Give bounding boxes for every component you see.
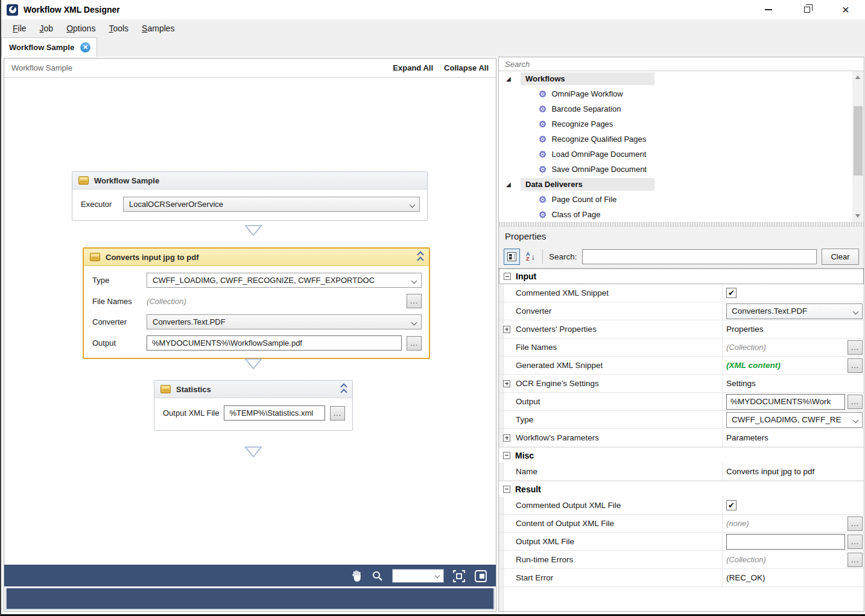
overview-window-icon[interactable] [474,570,487,583]
prop-row-name[interactable]: Name Converts input jpg to pdf [499,463,864,481]
file-names-browse-button[interactable]: ... [407,294,422,308]
checkbox-checked[interactable]: ✔ [726,500,737,510]
type-prop-select[interactable]: CWFF_LOADIMG, CWFF_RE [726,412,863,428]
minimize-icon [765,9,772,10]
prop-row-output-xml-file[interactable]: Output XML File ... [499,533,864,551]
menu-file[interactable]: File [6,21,33,36]
collapse-icon[interactable] [503,452,510,459]
minimize-button[interactable] [749,0,788,19]
executor-select[interactable]: LocalOCRServerOrService [123,197,420,212]
tree-group-workflows[interactable]: ◢ Workflows [499,71,852,86]
stats-output-browse-button[interactable]: ... [330,406,345,421]
menu-job[interactable]: Job [33,21,60,36]
restore-button[interactable] [788,0,826,19]
prop-row-start-error[interactable]: Start Error (REC_OK) [499,569,864,587]
type-select[interactable]: CWFF_LOADIMG, CWFF_RECOGNIZE, CWFF_EXPOR… [147,273,422,288]
workflow-root-header[interactable]: Workflow Sample [72,172,427,189]
zoom-level-select[interactable] [392,569,444,583]
prop-row-commented-output-xml[interactable]: Commented Output XML File ✔ [499,497,864,515]
converter-select[interactable]: Converters.Text.PDF [147,314,422,329]
output-path-input[interactable]: %MYDOCUMENTS%\WorkflowSample.pdf [147,335,402,351]
collapse-step-icon[interactable] [418,252,423,262]
output-edit-button[interactable]: ... [848,395,863,409]
close-button[interactable]: × [826,0,865,19]
statistics-step-header[interactable]: Statistics [154,381,352,398]
tree-item[interactable]: ⚙ OmniPage Workflow [499,86,852,101]
collapse-icon[interactable] [503,486,510,493]
prop-row-ocr-engine-settings[interactable]: OCR Engine's Settings Settings [499,375,864,393]
prop-row-runtime-errors[interactable]: Run-time Errors (Collection) ... [499,551,864,569]
content-edit-button[interactable]: ... [848,516,863,531]
statistics-step-box[interactable]: Statistics Output XML File %TEMP%\Statis… [154,380,353,431]
sort-alphabetical-button[interactable]: AZ ↓ [525,250,536,262]
fit-to-page-icon[interactable] [452,570,466,583]
convert-step-header[interactable]: Converts input jpg to pdf [84,249,429,266]
properties-title: Properties [499,227,864,245]
panel-splitter[interactable] [499,222,864,227]
category-result[interactable]: Result [499,481,864,497]
tree-item[interactable]: ⚙ Page Count of File [499,192,852,207]
tab-close-icon[interactable]: ✕ [80,42,90,52]
prop-row-generated-xml-snippet[interactable]: Generated XML Snippet (XML content) ... [499,357,864,375]
prop-row-file-names[interactable]: File Names (Collection) ... [499,338,864,357]
prop-row-converter[interactable]: Converter Converters.Text.PDF [499,302,864,320]
expand-icon[interactable] [503,380,510,387]
collapse-all-link[interactable]: Collapse All [444,63,489,72]
properties-search-input[interactable] [582,249,817,264]
expander-icon[interactable]: ◢ [506,75,511,82]
expand-icon[interactable] [503,326,510,333]
scroll-down-icon[interactable] [855,214,860,218]
output-browse-button[interactable]: ... [407,336,422,351]
prop-row-converters-properties[interactable]: Converters' Properties Properties [499,320,864,338]
workflow-palette-tree: ◢ Workflows ⚙ OmniPage Workflow ⚙ Barcod… [499,71,864,222]
tree-item[interactable]: ⚙ Barcode Separation [499,101,852,116]
stats-output-input[interactable]: %TEMP%\Statistics.xml [224,405,325,421]
tree-scrollbar[interactable] [852,71,864,222]
workflow-root-box[interactable]: Workflow Sample Executor LocalOCRServerO… [72,171,428,221]
prop-row-workflows-parameters[interactable]: Workflow's Parameters Parameters [499,429,864,447]
expand-icon[interactable] [503,434,510,442]
tree-item[interactable]: ⚙ Class of Page [499,207,852,222]
expand-all-link[interactable]: Expand All [393,63,433,72]
zoom-magnifier-icon[interactable] [372,570,384,582]
prop-row-commented-xml-snippet[interactable]: Commented XML Snippet ✔ [499,284,864,302]
file-names-edit-button[interactable]: ... [848,340,863,355]
category-input[interactable]: Input [499,268,864,284]
output-xml-file-input[interactable] [726,534,845,550]
categorized-view-button[interactable] [504,249,520,265]
tree-item[interactable]: ⚙ Recognize Qualified Pages [499,132,852,147]
runtime-errors-edit-button[interactable]: ... [848,553,863,567]
prop-row-type[interactable]: Type CWFF_LOADIMG, CWFF_RE [499,411,864,429]
clear-button[interactable]: Clear [822,249,859,265]
convert-step-box[interactable]: Converts input jpg to pdf Type CWFF_LOAD… [83,247,430,359]
prop-row-content-output-xml[interactable]: Content of Output XML File (none) ... [499,515,864,533]
designer-panel: Workflow Sample Expand All Collapse All … [4,58,496,612]
workflow-step-icon [160,385,171,393]
tree-item[interactable]: ⚙ Recognize Pages [499,116,852,132]
workflow-canvas[interactable]: Workflow Sample Executor LocalOCRServerO… [4,78,496,565]
menu-options[interactable]: Options [60,21,102,36]
prop-row-output[interactable]: Output %MYDOCUMENTS%\Work ... [499,393,864,411]
expander-icon[interactable]: ◢ [506,181,511,188]
chevron-down-icon [411,320,417,326]
tree-group-data-deliverers[interactable]: ◢ Data Deliverers [499,177,852,192]
pan-hand-icon[interactable] [351,570,363,583]
convert-step-title: Converts input jpg to pdf [106,253,199,262]
scrollbar-thumb[interactable] [854,106,863,176]
output-xml-browse-button[interactable]: ... [848,535,863,549]
tree-item[interactable]: ⚙ Save OmniPage Document [499,162,852,177]
tree-item[interactable]: ⚙ Load OmniPage Document [499,147,852,162]
collapse-icon[interactable] [504,273,511,280]
converter-prop-select[interactable]: Converters.Text.PDF [726,303,863,319]
output-prop-input[interactable]: %MYDOCUMENTS%\Work [726,394,845,410]
menu-samples[interactable]: Samples [135,21,181,36]
checkbox-checked[interactable]: ✔ [726,288,737,298]
xml-snippet-edit-button[interactable]: ... [848,358,863,373]
menu-tools[interactable]: Tools [102,21,135,36]
collapse-step-icon[interactable] [341,384,346,395]
tab-workflow-sample[interactable]: Workflow Sample ✕ [1,37,97,57]
canvas-overview-band[interactable] [5,588,495,610]
category-misc[interactable]: Misc [499,447,864,463]
palette-search-input[interactable] [505,60,858,69]
scroll-up-icon[interactable] [855,75,860,79]
